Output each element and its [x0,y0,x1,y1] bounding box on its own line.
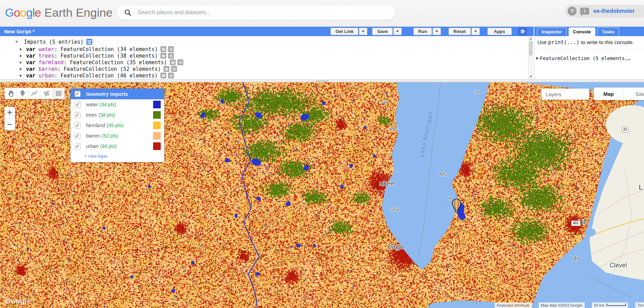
expand-triangle-icon[interactable] [20,61,22,64]
horizontal-splitter[interactable] [0,79,644,82]
var-name: urban [39,73,54,79]
var-description: : FeatureCollection (35 elements) [64,59,167,66]
expand-triangle-icon[interactable] [536,57,538,60]
collapse-triangle-icon[interactable] [15,41,18,43]
layer-checkbox[interactable] [75,102,81,108]
pan-hand-tool[interactable] [5,88,17,99]
scrollbar-thumb[interactable] [529,41,533,56]
geometry-imports-checkbox[interactable] [75,91,81,97]
console-hint: Use print(...) to write to this console. [534,36,644,45]
editor-scrollbar[interactable] [528,36,533,79]
layer-settings-gear-icon[interactable] [170,59,176,65]
polyline-tool[interactable] [29,88,41,99]
code-editor[interactable]: Imports (5 entries) var water : FeatureC… [0,36,534,79]
user-account-name[interactable]: ee-thedobmeier [593,8,635,14]
chevron-down-icon [396,31,399,32]
script-title: New Script * [4,28,35,34]
layer-settings-gear-icon[interactable] [160,46,166,52]
layer-settings-gear-icon[interactable] [160,53,166,59]
expand-triangle-icon[interactable] [20,68,22,70]
save-dropdown[interactable] [393,28,402,35]
search-icon [124,9,131,16]
var-keyword: var [26,59,35,66]
keyboard-shortcuts-link[interactable]: Keyboard shortcuts [495,302,532,308]
chevron-down-icon [474,31,477,32]
var-description: : FeatureCollection (46 elements) [54,73,158,79]
var-description: : FeatureCollection (52 elements) [57,66,161,72]
apps-button[interactable]: Apps [487,28,512,35]
layer-checkbox[interactable] [75,123,81,128]
zoom-to-layer-target-icon[interactable] [177,59,183,65]
feedback-icon[interactable]: ! [580,8,589,15]
save-button[interactable]: Save [372,28,392,35]
layer-checkbox[interactable] [75,143,81,149]
script-buttons: Get Link Save Run Reset Apps [326,27,534,35]
expand-triangle-icon[interactable] [20,74,22,77]
zoom-out-button[interactable]: − [5,119,15,130]
layer-settings-gear-icon[interactable] [164,66,169,72]
layer-checkbox[interactable] [75,133,81,139]
console-output-entry[interactable]: FeatureCollection (5 elements,… [536,56,644,61]
layer-point-count: (52 pts) [102,133,118,139]
layer-color-swatch[interactable] [153,111,161,119]
map-type-satellite-button[interactable]: Satellite [624,88,644,100]
map-type-control: Map Satellite [594,88,644,100]
route-shield-21: 21 [621,127,629,132]
app-logo[interactable]: GoogleEarth Engine [5,6,112,19]
layer-checkbox[interactable] [75,112,81,118]
layer-point-count: (46 pts) [100,143,117,149]
zoom-to-layer-target-icon[interactable] [168,73,174,78]
import-row-trees: var trees : FeatureCollection (38 elemen… [0,52,174,59]
layer-point-count: (38 pts) [99,112,115,118]
map-viewport[interactable]: Lake Michigan woc ukee sha cago Mu H se … [0,82,644,308]
settings-gear-icon[interactable] [518,27,527,35]
layer-color-swatch[interactable] [153,132,161,140]
map-type-map-button[interactable]: Map [594,88,624,100]
var-keyword: var [26,73,35,79]
terms-link[interactable]: Terms [635,302,644,308]
get-link-dropdown[interactable] [359,28,367,35]
layer-point-count: (34 pts) [100,102,116,107]
layer-settings-gear-icon[interactable] [160,73,166,78]
layer-row-trees: trees (38 pts) [70,110,164,120]
tab-tasks[interactable]: Tasks [597,27,619,36]
tab-console[interactable]: Console [569,27,595,36]
polygon-tool[interactable] [41,88,53,99]
scroll-down-icon[interactable] [529,76,532,78]
city-label-nr: n R [380,100,387,105]
reset-button[interactable]: Reset [449,28,470,35]
rectangle-tool[interactable] [53,88,65,99]
layer-color-swatch[interactable] [153,101,161,108]
splitter-grip[interactable] [316,81,328,82]
imports-script-icon[interactable] [86,39,92,45]
import-row-urban: var urban : FeatureCollection (46 elemen… [0,72,174,79]
city-label-toledo: do [573,255,580,262]
zoom-in-button[interactable]: + [5,107,15,118]
layer-color-swatch[interactable] [153,142,161,150]
get-link-button[interactable]: Get Link [331,28,358,35]
expand-triangle-icon[interactable] [20,48,22,51]
run-dropdown[interactable] [433,28,441,35]
point-marker-tool[interactable] [17,88,29,99]
imports-header: Imports (5 entries) [0,39,92,45]
var-description: : FeatureCollection (34 elements) [54,46,158,52]
reset-dropdown[interactable] [471,28,480,35]
search-input[interactable] [137,9,395,16]
geometry-imports-header[interactable]: Geometry Imports [70,89,164,99]
layers-button[interactable]: Layers [542,89,589,100]
zoom-to-layer-target-icon[interactable] [168,53,174,59]
logo-letter: G [5,6,14,19]
zoom-to-layer-target-icon[interactable] [168,46,174,52]
run-button[interactable]: Run [413,28,432,35]
zoom-to-layer-target-icon[interactable] [171,66,177,72]
map-marker-pin[interactable] [451,198,462,214]
tab-inspector[interactable]: Inspector [537,27,567,36]
google-watermark: Google [5,297,31,305]
layer-color-swatch[interactable] [153,122,161,129]
scroll-up-icon[interactable] [529,38,532,40]
logo-letter: g [26,6,32,19]
new-layer-link[interactable]: + new layer [84,153,164,159]
help-icon[interactable]: ? [568,7,577,16]
expand-triangle-icon[interactable] [20,55,22,57]
hand-icon [7,90,14,97]
